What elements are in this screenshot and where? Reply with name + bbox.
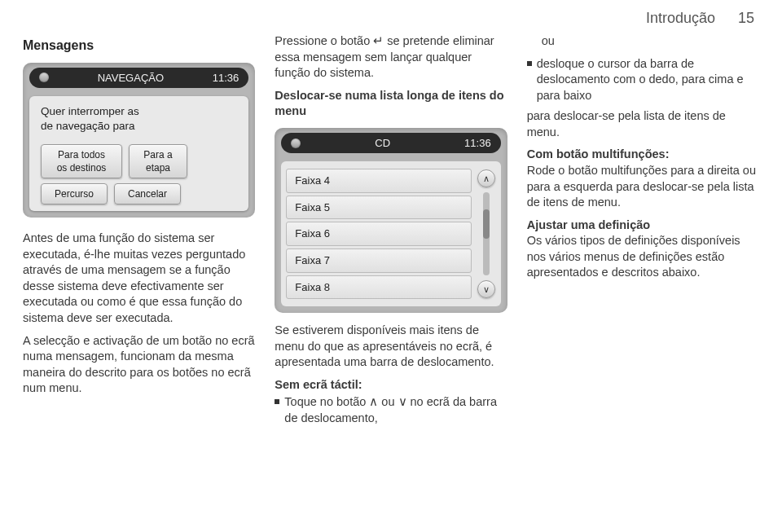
header-title: Introdução [646,10,715,27]
col3-bullet: desloque o cursor da barra de deslocamen… [527,56,759,104]
list-item[interactable]: Faixa 4 [286,169,471,193]
btn-step[interactable]: Para a etapa [129,144,187,178]
col2-paragraph-1: Pressione o botão ↵ se pretende eliminar… [275,33,507,81]
dialog-body: Quer interromper as de navegação para Pa… [29,96,248,211]
btn-all-destinations[interactable]: Para todos os destinos [41,144,122,178]
mensagens-heading: Mensagens [23,37,255,55]
col3-multifunction: Com botão multifunções: Rode o botão mul… [527,147,759,210]
bullet-icon [275,399,279,404]
scroll-up-icon[interactable]: ∧ [477,169,495,187]
disc-icon [39,73,49,82]
list-item[interactable]: Faixa 8 [286,275,471,300]
col2-subheading-notouch: Sem ecrã táctil: [275,377,507,394]
list-titlebar: CD 11:36 [281,133,500,154]
page-header: Introdução 15 [23,10,759,27]
col3-adjust: Ajustar uma definição Os vários tipos de… [527,218,759,281]
list-clock: 11:36 [464,136,491,151]
dialog-msg-line2: de navegação para [41,119,237,134]
col1-paragraph-2: A selecção e activação de um botão no ec… [23,333,255,397]
btn-route[interactable]: Percurso [41,183,108,204]
col3-subheading-adjust: Ajustar uma definição [527,218,650,231]
list-title: CD [375,136,390,151]
col2-subheading-scroll: Deslocar-se numa lista longa de itens do… [275,88,507,120]
list-screenshot: CD 11:36 Faixa 4 Faixa 5 Faixa 6 Faixa 7… [275,128,507,313]
column-3: ou desloque o cursor da barra de desloca… [527,33,759,426]
scrollbar: ∧ ∨ [477,166,496,301]
list-item[interactable]: Faixa 5 [286,196,471,220]
col2-paragraph-2: Se estiverem disponíveis mais itens de m… [275,323,507,371]
col1-paragraph-1: Antes de uma função do sistema ser execu… [23,231,255,326]
dialog-msg-line1: Quer interromper as [41,104,237,119]
dialog-screenshot: NAVEGAÇÃO 11:36 Quer interromper as de n… [23,63,255,218]
list-item[interactable]: Faixa 7 [286,248,471,273]
dialog-clock: 11:36 [213,71,239,86]
col3-subheading-multifunction: Com botão multifunções: [527,147,670,160]
dialog-title: NAVEGAÇÃO [98,71,164,86]
disc-icon [291,138,301,148]
chevron-down-icon: ∨ [398,395,407,408]
scroll-track[interactable] [483,192,490,275]
chevron-up-icon: ∧ [369,395,378,408]
return-icon: ↵ [373,34,384,47]
column-2: Pressione o botão ↵ se pretende eliminar… [275,33,507,426]
scroll-down-icon[interactable]: ∨ [477,280,495,298]
btn-cancel[interactable]: Cancelar [114,183,181,204]
header-page-number: 15 [738,10,754,27]
dialog-titlebar: NAVEGAÇÃO 11:36 [29,68,248,89]
col2-bullet: Toque no botão ∧ ou ∨ no ecrã da barra d… [275,394,507,426]
col3-paragraph-1: para deslocar-se pela lista de itens de … [527,108,759,140]
bullet-icon [527,61,532,66]
scroll-handle[interactable] [483,209,490,240]
list-item[interactable]: Faixa 6 [286,222,471,246]
column-1: Mensagens NAVEGAÇÃO 11:36 Quer interromp… [23,33,255,426]
col3-or: ou [542,33,759,50]
